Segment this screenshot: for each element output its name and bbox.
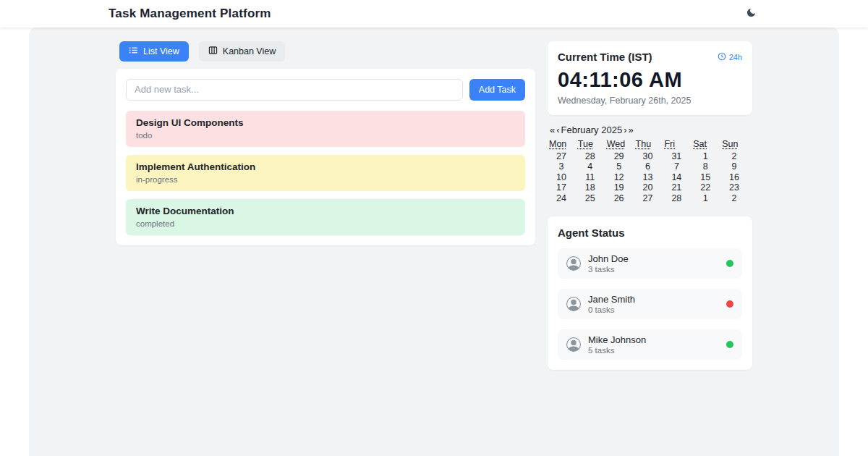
new-task-input[interactable]	[126, 79, 463, 101]
person-circle-icon	[566, 337, 581, 352]
calendar-day[interactable]: 1	[693, 151, 722, 162]
calendar-weekday: Tue	[578, 138, 607, 151]
calendar-month-label: February 2025	[561, 124, 624, 135]
calendar-day[interactable]: 3	[549, 161, 578, 172]
task-title: Write Documentation	[136, 206, 515, 216]
add-task-row: Add Task	[126, 79, 525, 101]
time-format-toggle[interactable]: 24h	[718, 52, 742, 62]
calendar-day[interactable]: 28	[578, 151, 607, 162]
task-card[interactable]: Implement Authentication in-progress	[126, 155, 525, 191]
calendar-day[interactable]: 7	[664, 161, 693, 172]
task-list-panel: Add Task Design UI Components todo Imple…	[116, 69, 535, 245]
calendar-day[interactable]: 29	[607, 151, 636, 162]
clock-icon	[718, 52, 726, 62]
task-card[interactable]: Write Documentation completed	[126, 199, 525, 235]
calendar-day[interactable]: 11	[578, 172, 607, 183]
calendar-day[interactable]: 18	[578, 182, 607, 193]
app-background: List View Kanban View Add Task Design UI…	[29, 28, 839, 456]
calendar-weekday: Mon	[549, 138, 578, 151]
status-dot	[726, 260, 733, 267]
agent-row: Mike Johnson 5 tasks	[558, 329, 742, 360]
calendar-day[interactable]: 10	[549, 172, 578, 183]
calendar-day[interactable]: 30	[636, 151, 665, 162]
agent-status-card: Agent Status John Doe 3 tasks	[548, 216, 752, 370]
person-circle-icon	[566, 297, 581, 311]
agent-task-count: 5 tasks	[588, 346, 726, 355]
calendar-day[interactable]: 25	[578, 193, 607, 204]
task-section: List View Kanban View Add Task Design UI…	[116, 41, 535, 245]
calendar-day[interactable]: 20	[636, 182, 665, 193]
kanban-view-label: Kanban View	[223, 47, 276, 56]
calendar-day[interactable]: 5	[607, 161, 636, 172]
calendar-grid: MonTueWedThuFriSatSun2728293031123456789…	[549, 138, 751, 204]
page-title: Task Management Platform	[109, 7, 271, 21]
calendar-day[interactable]: 26	[607, 193, 636, 204]
task-title: Implement Authentication	[136, 161, 515, 172]
calendar-day[interactable]: 22	[693, 182, 722, 193]
calendar-day[interactable]: 8	[693, 161, 722, 172]
calendar-weekday: Fri	[664, 138, 693, 151]
calendar-day[interactable]: 17	[549, 182, 578, 193]
calendar-weekday: Thu	[636, 138, 665, 151]
calendar-day[interactable]: 16	[722, 172, 751, 183]
task-title: Design UI Components	[136, 117, 515, 128]
moon-icon	[746, 7, 757, 20]
app-header: Task Management Platform	[0, 0, 868, 28]
calendar-day[interactable]: 4	[578, 161, 607, 172]
agent-task-count: 3 tasks	[588, 265, 726, 274]
task-status: completed	[136, 219, 515, 228]
calendar-day[interactable]: 6	[636, 161, 665, 172]
current-time-title: Current Time (IST)	[558, 51, 652, 63]
calendar-day[interactable]: 21	[664, 182, 693, 193]
info-section: Current Time (IST) 24h 04:11:06 AM Wedne…	[548, 41, 752, 370]
calendar-weekday: Sun	[722, 138, 751, 151]
theme-toggle-button[interactable]	[743, 6, 760, 22]
status-dot	[726, 341, 733, 348]
calendar-weekday: Sat	[693, 138, 722, 151]
list-icon	[129, 46, 138, 57]
task-status: todo	[136, 131, 515, 140]
calendar-day[interactable]: 27	[549, 151, 578, 162]
kanban-view-button[interactable]: Kanban View	[199, 41, 285, 62]
calendar-day[interactable]: 9	[722, 161, 751, 172]
agent-name: John Doe	[588, 253, 726, 264]
time-format-label: 24h	[729, 53, 742, 62]
calendar-navigation: « ‹ February 2025 › »	[549, 124, 751, 136]
calendar-day[interactable]: 2	[722, 151, 751, 162]
calendar: « ‹ February 2025 › » MonTueWedThuFriSat…	[549, 124, 751, 203]
calendar-day[interactable]: 31	[664, 151, 693, 162]
agent-row: Jane Smith 0 tasks	[558, 289, 742, 319]
calendar-day[interactable]: 28	[664, 193, 693, 204]
status-dot	[726, 300, 733, 308]
calendar-day[interactable]: 24	[549, 193, 578, 204]
agent-row: John Doe 3 tasks	[558, 248, 742, 279]
calendar-day[interactable]: 2	[722, 193, 751, 204]
calendar-day[interactable]: 19	[607, 182, 636, 193]
calendar-weekday: Wed	[607, 138, 636, 151]
task-status: in-progress	[136, 175, 515, 184]
agent-name: Jane Smith	[588, 294, 726, 305]
agent-status-title: Agent Status	[558, 227, 742, 239]
calendar-day[interactable]: 15	[693, 172, 722, 183]
list-view-label: List View	[143, 47, 179, 56]
kanban-icon	[208, 46, 218, 57]
calendar-day[interactable]: 27	[636, 193, 665, 204]
clock-time: 04:11:06 AM	[558, 68, 742, 92]
view-toggle: List View Kanban View	[119, 41, 535, 62]
calendar-next-year-button[interactable]: »	[627, 124, 634, 136]
agent-name: Mike Johnson	[588, 334, 726, 345]
calendar-prev-year-button[interactable]: «	[549, 124, 556, 136]
add-task-button[interactable]: Add Task	[469, 79, 525, 101]
list-view-button[interactable]: List View	[119, 41, 189, 62]
calendar-day[interactable]: 14	[664, 172, 693, 183]
calendar-day[interactable]: 1	[693, 193, 722, 204]
agent-task-count: 0 tasks	[588, 305, 726, 314]
calendar-day[interactable]: 13	[636, 172, 665, 183]
task-card[interactable]: Design UI Components todo	[126, 111, 525, 147]
person-circle-icon	[566, 256, 581, 271]
calendar-day[interactable]: 12	[607, 172, 636, 183]
clock-date: Wednesday, February 26th, 2025	[558, 96, 742, 106]
current-time-card: Current Time (IST) 24h 04:11:06 AM Wedne…	[548, 41, 752, 115]
calendar-day[interactable]: 23	[722, 182, 751, 193]
